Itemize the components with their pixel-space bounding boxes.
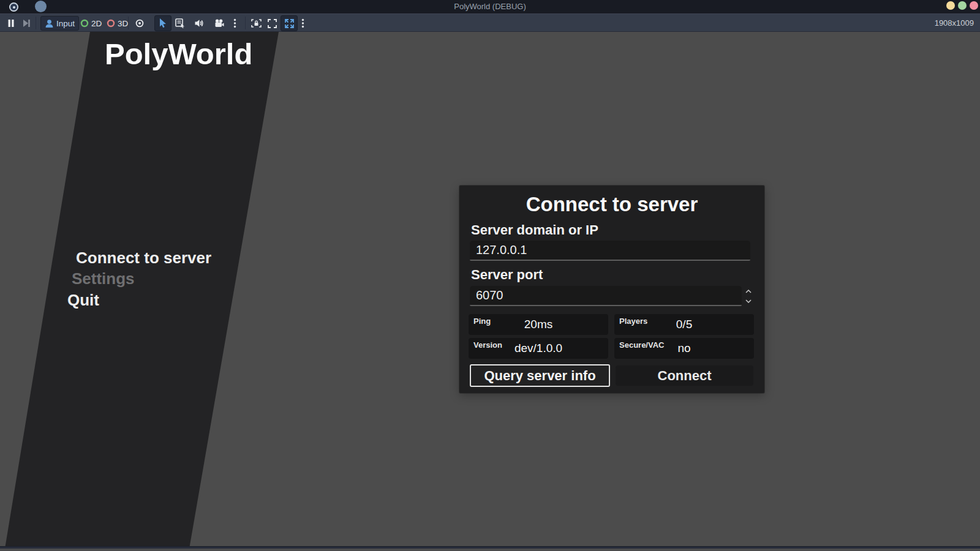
dialog-title: Connect to server [459,193,764,216]
2d-icon [80,19,89,28]
port-spinner [742,286,755,307]
menu-item-quit[interactable]: Quit [67,291,99,310]
toolbar-separator [128,17,129,29]
next-frame-icon [22,19,31,28]
debug-options-menu-button[interactable] [233,18,236,28]
camera-icon [214,19,224,28]
viewport-resolution: 1908x1009 [935,18,974,28]
maximize-button[interactable] [958,1,967,10]
audio-mute-button[interactable] [194,18,204,28]
pause-button[interactable] [7,19,15,28]
movie-maker-button[interactable] [214,19,224,28]
window-title: PolyWorld (DEBUG) [0,2,980,11]
server-domain-input[interactable] [470,241,750,261]
info-cell-players: Players 0/5 [614,314,754,335]
server-port-label: Server port [471,267,543,283]
camera-3d-label: 3D [118,19,128,28]
expand-window-button[interactable] [281,15,298,31]
server-port-input[interactable] [470,286,742,306]
info-cell-secure: Secure/VAC no [614,338,754,359]
chevron-up-icon [745,290,752,293]
input-icon [45,19,54,28]
camera-2d-label: 2D [91,19,102,28]
camera-2d-button[interactable]: 2D [78,16,104,31]
frame-lock-icon [251,18,262,28]
info-cell-ping: Ping 20ms [469,314,608,335]
port-decrement-button[interactable] [742,296,755,306]
game-title: PolyWorld [105,37,252,71]
server-info-grid: Ping 20ms Players 0/5 Version dev/1.0.0 … [469,314,754,359]
toolbar-separator [245,17,246,29]
input-toggle-button[interactable]: Input [40,16,79,31]
toolbar-separator [36,17,36,29]
close-button[interactable] [970,1,978,10]
game-viewport: PolyWorld Connect to server Settings Qui… [0,32,980,549]
info-label: Players [619,317,647,326]
minimize-button[interactable] [946,1,955,10]
info-label: Version [473,340,502,350]
expand-icon [285,19,294,28]
info-label: Secure/VAC [619,340,664,350]
menu-item-settings[interactable]: Settings [72,269,135,288]
fullscreen-button[interactable] [268,19,277,28]
3d-icon [107,19,115,28]
cursor-icon [159,18,168,28]
window-bottom-border [0,546,980,549]
pause-icon [7,19,15,28]
chevron-down-icon [745,299,752,303]
speaker-icon [194,18,204,28]
connect-button[interactable]: Connect [616,365,753,386]
target-icon [135,19,144,28]
camera-3d-button[interactable]: 3D [105,16,130,31]
kebab-icon [233,18,236,28]
info-cell-version: Version dev/1.0.0 [469,338,608,359]
query-server-info-button[interactable]: Query server info [470,364,610,387]
info-label: Ping [473,317,491,326]
kebab-icon [301,18,304,28]
debug-toolbar: Input 2D 3D [0,13,980,32]
screen: { "titlebar": { "title": "PolyWorld (DEB… [0,0,980,551]
select-list-button[interactable] [175,18,185,28]
visibility-button[interactable] [135,19,144,28]
list-select-icon [175,18,185,28]
titlebar: PolyWorld (DEBUG) [0,0,980,13]
fullscreen-icon [268,19,277,28]
next-frame-button[interactable] [22,19,31,28]
port-increment-button[interactable] [742,287,755,296]
connect-dialog: Connect to server Server domain or IP Se… [459,186,764,393]
frame-lock-button[interactable] [251,18,262,28]
select-tool-button[interactable] [154,15,172,31]
window-options-menu-button[interactable] [301,18,304,28]
menu-item-connect[interactable]: Connect to server [76,249,211,268]
server-domain-label: Server domain or IP [471,222,598,238]
input-toggle-label: Input [56,19,75,28]
